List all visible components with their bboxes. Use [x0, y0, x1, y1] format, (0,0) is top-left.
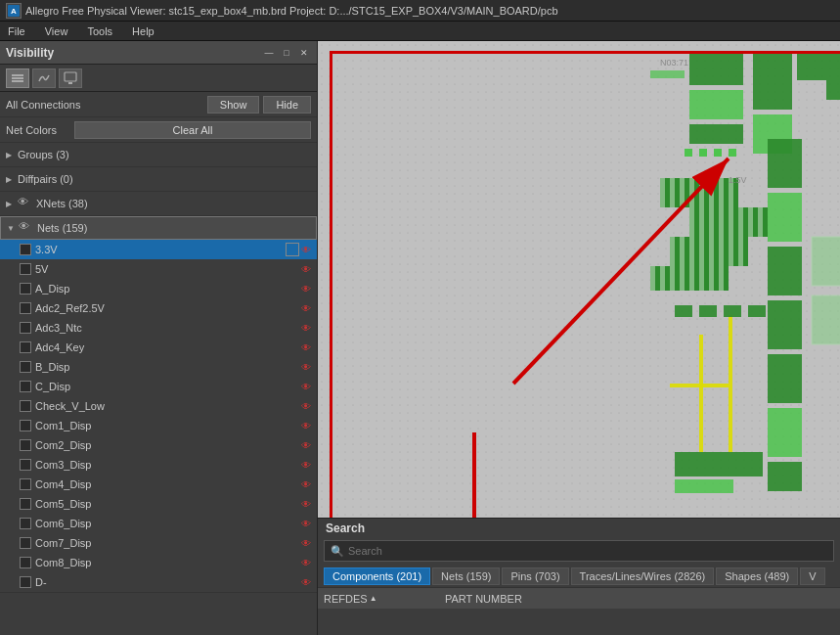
net-item-com8[interactable]: Com8_Disp 👁: [0, 553, 317, 572]
menu-file[interactable]: File: [4, 24, 29, 38]
panel-restore-button[interactable]: □: [280, 46, 293, 60]
menu-help[interactable]: Help: [128, 24, 158, 38]
net-eye-com5[interactable]: 👁: [301, 499, 311, 510]
net-eye-com7[interactable]: 👁: [301, 538, 311, 549]
right-area: N03:71 1.5V VLC: [318, 41, 840, 635]
net-checkbox-5v[interactable]: [20, 263, 31, 275]
net-eye-adisp[interactable]: 👁: [301, 284, 311, 295]
tab-layers-icon[interactable]: [6, 68, 29, 88]
pcb-canvas[interactable]: N03:71 1.5V VLC: [318, 41, 840, 518]
net-eye-com4[interactable]: 👁: [301, 479, 311, 490]
xnets-section: ▶ 👁 XNets (38): [0, 192, 317, 216]
groups-header[interactable]: ▶ Groups (3): [0, 143, 317, 166]
menu-view[interactable]: View: [41, 24, 72, 38]
svg-rect-20: [650, 266, 729, 291]
svg-rect-3: [12, 77, 23, 79]
search-tab-nets[interactable]: Nets (159): [432, 567, 500, 585]
menu-tools[interactable]: Tools: [83, 24, 116, 38]
net-checkbox-com6[interactable]: [20, 518, 31, 529]
net-name-com5: Com5_Disp: [35, 498, 301, 510]
net-item-adc2[interactable]: Adc2_Ref2.5V 👁: [0, 298, 317, 318]
net-checkbox-com7[interactable]: [20, 537, 31, 549]
net-item-com5[interactable]: Com5_Disp 👁: [0, 494, 317, 514]
net-checkbox-checkv[interactable]: [20, 400, 31, 412]
net-colors-label: Net Colors: [6, 124, 74, 136]
tab-signal-icon[interactable]: [32, 68, 56, 88]
tab-display-icon[interactable]: [59, 68, 82, 88]
net-item-5v[interactable]: 5V 👁: [0, 259, 317, 279]
net-name-com3: Com3_Disp: [35, 459, 301, 471]
net-checkbox-dminus[interactable]: [20, 576, 31, 588]
panel-minimize-button[interactable]: —: [262, 46, 276, 60]
clear-all-button[interactable]: Clear All: [74, 121, 311, 139]
table-col-refdes[interactable]: REFDES ▲: [324, 593, 441, 605]
net-item-com4[interactable]: Com4_Disp 👁: [0, 475, 317, 494]
net-checkbox-com1[interactable]: [20, 420, 31, 431]
search-bar[interactable]: 🔍: [324, 540, 834, 562]
svg-rect-43: [714, 149, 722, 157]
svg-rect-25: [670, 384, 729, 387]
xnets-header[interactable]: ▶ 👁 XNets (38): [0, 192, 317, 215]
net-checkbox-bdisp[interactable]: [20, 361, 31, 373]
diffpairs-arrow-icon: ▶: [6, 175, 16, 184]
tree-area[interactable]: ▶ Groups (3) ▶ Diffpairs (0) ▶ 👁 XNets (…: [0, 143, 317, 635]
svg-rect-19: [670, 237, 748, 266]
search-tab-pins[interactable]: Pins (703): [502, 567, 568, 585]
net-item-com1[interactable]: Com1_Disp 👁: [0, 416, 317, 435]
net-item-cdisp[interactable]: C_Disp 👁: [0, 377, 317, 396]
net-item-com2[interactable]: Com2_Disp 👁: [0, 435, 317, 455]
net-item-adc4[interactable]: Adc4_Key 👁: [0, 338, 317, 357]
diffpairs-header[interactable]: ▶ Diffpairs (0): [0, 167, 317, 191]
net-checkbox-adc4[interactable]: [20, 341, 31, 353]
net-item-com3[interactable]: Com3_Disp 👁: [0, 455, 317, 475]
net-checkbox-com4[interactable]: [20, 478, 31, 490]
net-eye-com2[interactable]: 👁: [301, 440, 311, 451]
net-eye-cdisp[interactable]: 👁: [301, 382, 311, 392]
net-eye-dminus[interactable]: 👁: [301, 577, 311, 588]
search-tab-shapes[interactable]: Shapes (489): [716, 567, 798, 585]
partnum-label: PART NUMBER: [445, 593, 522, 605]
panel-close-button[interactable]: ✕: [297, 46, 311, 60]
net-item-com6[interactable]: Com6_Disp 👁: [0, 514, 317, 533]
net-eye-com8[interactable]: 👁: [301, 558, 311, 568]
net-eye-checkv[interactable]: 👁: [301, 401, 311, 412]
net-eye-com1[interactable]: 👁: [301, 421, 311, 431]
net-checkbox-33v[interactable]: [20, 244, 31, 255]
net-item-bdisp[interactable]: B_Disp 👁: [0, 357, 317, 377]
net-eye-adc3[interactable]: 👁: [301, 323, 311, 334]
net-eye-bdisp[interactable]: 👁: [301, 362, 311, 373]
nets-header[interactable]: ▼ 👁 Nets (159): [0, 216, 317, 240]
net-eye-com3[interactable]: 👁: [301, 460, 311, 471]
net-checkbox-com5[interactable]: [20, 498, 31, 510]
net-checkbox-com3[interactable]: [20, 459, 31, 471]
net-checkbox-cdisp[interactable]: [20, 381, 31, 392]
search-tabs: Components (201) Nets (159) Pins (703) T…: [318, 566, 840, 587]
net-item-adc3[interactable]: Adc3_Ntc 👁: [0, 318, 317, 338]
net-eye-adc2[interactable]: 👁: [301, 303, 311, 314]
svg-rect-4: [12, 80, 23, 82]
net-checkbox-com8[interactable]: [20, 557, 31, 568]
net-item-dminus[interactable]: D- 👁: [0, 572, 317, 592]
net-eye-33v[interactable]: 👁: [301, 245, 311, 255]
hide-button[interactable]: Hide: [263, 96, 311, 113]
net-checkbox-adc2[interactable]: [20, 302, 31, 314]
search-tab-traces[interactable]: Traces/Lines/Wires (2826): [571, 567, 715, 585]
net-item-adisp[interactable]: A_Disp 👁: [0, 279, 317, 298]
net-color-33v[interactable]: [286, 243, 299, 256]
net-item-checkv[interactable]: Check_V_Low 👁: [0, 396, 317, 416]
xnets-label: XNets (38): [36, 198, 88, 209]
net-checkbox-adc3[interactable]: [20, 322, 31, 334]
net-eye-5v[interactable]: 👁: [301, 264, 311, 275]
search-tab-components[interactable]: Components (201): [324, 567, 430, 585]
net-name-5v: 5V: [35, 263, 301, 275]
net-eye-adc4[interactable]: 👁: [301, 342, 311, 353]
search-input[interactable]: [348, 545, 827, 557]
net-checkbox-adisp[interactable]: [20, 283, 31, 295]
net-item-33v[interactable]: 3.3V 👁: [0, 240, 317, 259]
show-button[interactable]: Show: [207, 96, 260, 113]
table-col-partnum[interactable]: PART NUMBER: [445, 593, 834, 605]
net-eye-com6[interactable]: 👁: [301, 519, 311, 529]
net-checkbox-com2[interactable]: [20, 439, 31, 451]
search-tab-more[interactable]: V: [800, 567, 824, 585]
net-item-com7[interactable]: Com7_Disp 👁: [0, 533, 317, 553]
